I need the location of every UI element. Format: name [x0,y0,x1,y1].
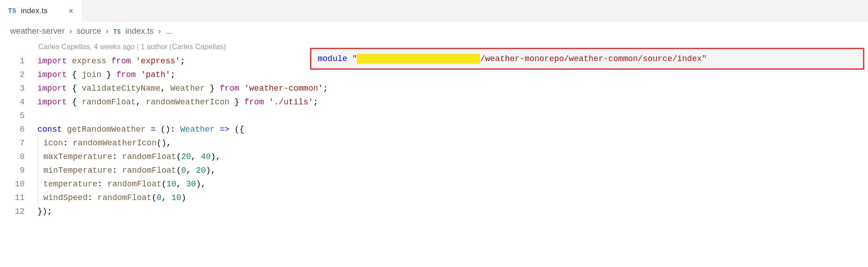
editor-tab[interactable]: TS index.ts × [0,0,82,22]
code-line[interactable]: import { validateCityName, Weather } fro… [37,82,868,95]
line-number: 4 [0,95,25,109]
line-number-gutter: 1 2 3 4 5 6 7 8 9 10 11 12 [0,42,37,218]
code-line[interactable]: icon: randomWeatherIcon(), [37,136,868,150]
chevron-right-icon: › [106,26,108,36]
line-number: 6 [0,123,25,136]
line-number: 9 [0,164,25,177]
hover-quote: " [347,54,357,63]
line-number: 2 [0,68,25,82]
code-line[interactable]: maxTemperature: randomFloat(20, 40), [37,150,868,164]
line-number: 5 [0,109,25,123]
code-line[interactable]: }); [37,205,868,218]
breadcrumb-segment[interactable]: index.ts [125,26,154,36]
breadcrumb-segment[interactable]: source [77,26,101,36]
redacted-path-segment [357,54,480,64]
code-line[interactable]: windSpeed: randomFloat(0, 10) [37,191,868,205]
breadcrumb-segment[interactable]: ... [165,26,172,36]
line-number: 10 [0,177,25,191]
typescript-icon: TS [113,28,121,35]
code-line[interactable]: temperature: randomFloat(10, 30), [37,177,868,191]
chevron-right-icon: › [69,26,72,36]
typescript-icon: TS [8,7,16,15]
tab-label: index.ts [21,6,48,15]
code-line[interactable] [37,109,868,123]
line-number: 3 [0,82,25,95]
close-icon[interactable]: × [66,6,76,16]
hover-path: /weather-monorepo/weather-common/source/… [480,54,702,63]
chevron-right-icon: › [158,26,161,36]
line-number: 12 [0,205,25,218]
line-number: 1 [0,54,25,68]
hover-quote: " [702,54,707,63]
hover-tooltip: module "/weather-monorepo/weather-common… [310,48,864,70]
code-line[interactable]: minTemperature: randomFloat(0, 20), [37,164,868,177]
line-number: 11 [0,191,25,205]
breadcrumb[interactable]: weather-server › source › TS index.ts › … [0,22,868,41]
hover-keyword: module [318,54,347,63]
breadcrumb-segment[interactable]: weather-server [10,26,65,36]
code-line[interactable]: const getRandomWeather = (): Weather => … [37,123,868,136]
code-content[interactable]: Carles Capellas, 4 weeks ago | 1 author … [37,42,868,218]
code-line[interactable]: import { randomFloat, randomWeatherIcon … [37,95,868,109]
line-number: 8 [0,150,25,164]
code-line[interactable]: import { join } from 'path'; [37,68,868,82]
line-number: 7 [0,136,25,150]
code-editor[interactable]: 1 2 3 4 5 6 7 8 9 10 11 12 Carles Capell… [0,41,868,218]
tab-bar: TS index.ts × [0,0,868,22]
